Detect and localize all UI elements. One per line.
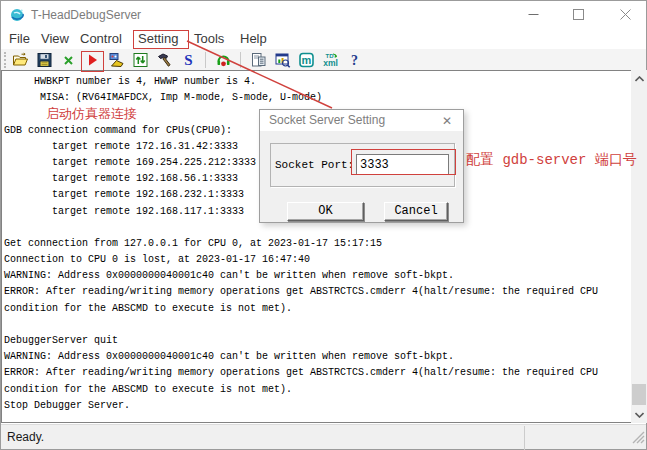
console-line: HWBKPT number is 4, HWWP number is 4.: [4, 74, 631, 90]
svg-text:xml: xml: [323, 58, 338, 68]
start-debug-icon[interactable]: [81, 50, 103, 70]
svg-text:m: m: [301, 54, 311, 66]
menu-control[interactable]: Control: [80, 29, 122, 49]
console-line: ERROR: After reading/writing memory oper…: [4, 284, 631, 300]
menu-file[interactable]: File: [9, 29, 30, 49]
menu-help[interactable]: Help: [240, 29, 267, 49]
scrollbar-thumb[interactable]: [632, 384, 646, 405]
socket-server-setting-dialog: Socket Server Setting ✕ Socket Port: OK …: [259, 109, 464, 223]
menu-tools[interactable]: Tools: [194, 29, 224, 49]
help-icon[interactable]: ?: [343, 50, 365, 70]
dollar-icon[interactable]: S: [177, 50, 199, 70]
menu-bar: File View Control Setting Tools Help: [1, 29, 646, 49]
socket-port-input[interactable]: [356, 154, 449, 175]
xml-icon[interactable]: TDxml: [319, 50, 341, 70]
console-line: Stop Debugger Server.: [4, 398, 631, 414]
toolbar-separator: [205, 52, 206, 68]
report-icon[interactable]: [247, 50, 269, 70]
toolbar-grip-handle[interactable]: [4, 52, 7, 68]
maximize-button[interactable]: [562, 3, 594, 25]
console-line: WARNING: Address 0x0000000040001c40 can'…: [4, 268, 631, 284]
build-icon[interactable]: [153, 50, 175, 70]
console-line: Get connection from 127.0.0.1 for CPU 0,…: [4, 236, 631, 252]
kill-icon[interactable]: [57, 50, 79, 70]
status-bar: Ready.: [1, 424, 646, 449]
console-line: DebuggerServer quit: [4, 333, 631, 349]
toolbar-separator: [240, 52, 241, 68]
dialog-title-bar: Socket Server Setting ✕: [260, 110, 463, 131]
app-icon: [9, 7, 25, 23]
dialog-close-icon[interactable]: ✕: [435, 110, 459, 131]
console-line: condition for the ABSCMD to execute is n…: [4, 382, 631, 398]
open-folder-icon[interactable]: [9, 50, 31, 70]
dialog-title: Socket Server Setting: [269, 110, 385, 131]
title-bar: T-HeadDebugServer: [1, 1, 646, 29]
menu-view[interactable]: View: [41, 29, 69, 49]
window-title: T-HeadDebugServer: [31, 1, 141, 29]
console-line: [4, 317, 631, 333]
minimize-button[interactable]: [517, 3, 549, 25]
close-button[interactable]: [609, 3, 641, 25]
save-icon[interactable]: [33, 50, 55, 70]
console-line: ERROR: After reading/writing memory oper…: [4, 365, 631, 381]
app-window: T-HeadDebugServer File View Control Sett…: [0, 0, 647, 450]
refresh-icon[interactable]: [129, 50, 151, 70]
console-line: Connection to CPU 0 is lost, at 2023-01-…: [4, 252, 631, 268]
resize-grip[interactable]: [631, 430, 645, 448]
cancel-button[interactable]: Cancel: [384, 202, 448, 221]
console-line: MISA: (RV64IMAFDCX, Imp M-mode, S-mode, …: [4, 90, 631, 106]
connect-icon[interactable]: [105, 50, 127, 70]
vertical-scrollbar[interactable]: [631, 70, 647, 423]
svg-text:?: ?: [351, 53, 358, 68]
scroll-down-icon[interactable]: [631, 406, 647, 423]
headset-icon[interactable]: [212, 50, 234, 70]
mtrace-icon[interactable]: m: [295, 50, 317, 70]
svg-text:S: S: [184, 52, 192, 68]
profile-chart-icon[interactable]: [271, 50, 293, 70]
menu-setting[interactable]: Setting: [138, 29, 178, 49]
console-line: condition for the ABSCMD to execute is n…: [4, 301, 631, 317]
console-line: WARNING: Address 0x0000000040001c40 can'…: [4, 349, 631, 365]
status-divider: [524, 426, 525, 450]
ok-button[interactable]: OK: [287, 202, 364, 221]
toolbar: SmTDxml?: [1, 49, 646, 70]
status-text: Ready.: [7, 425, 44, 450]
socket-port-label: Socket Port:: [275, 159, 354, 171]
scroll-up-icon[interactable]: [631, 70, 647, 87]
